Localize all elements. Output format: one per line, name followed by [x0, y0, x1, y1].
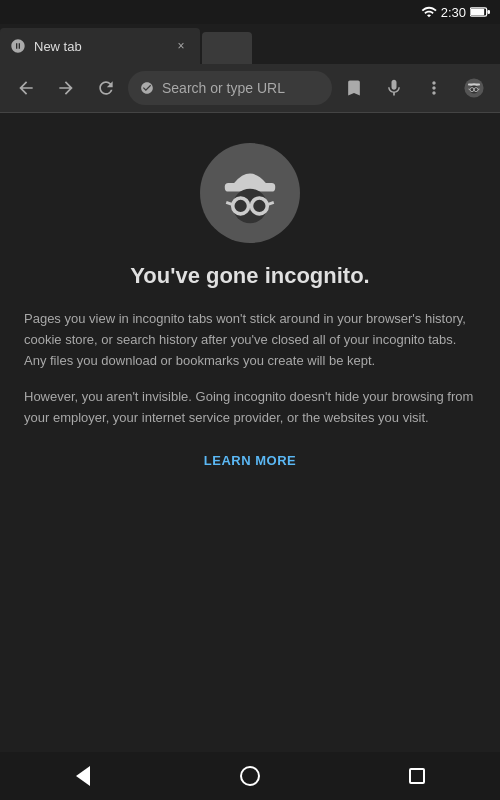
incognito-indicator: [456, 70, 492, 106]
tab-bar: New tab ×: [0, 24, 500, 64]
svg-line-17: [226, 202, 232, 204]
bookmark-button[interactable]: [336, 70, 372, 106]
back-triangle-icon: [76, 766, 90, 786]
tab-inactive[interactable]: [202, 32, 252, 64]
status-bar: 2:30: [0, 0, 500, 24]
tab-title: New tab: [34, 39, 164, 54]
svg-rect-1: [471, 9, 484, 16]
toolbar: Search or type URL: [0, 64, 500, 112]
address-bar-text[interactable]: Search or type URL: [162, 80, 320, 96]
incognito-icon-container: [200, 143, 300, 243]
reload-button[interactable]: [88, 70, 124, 106]
battery-icon: [470, 6, 490, 18]
address-bar-security-icon: [140, 81, 154, 95]
learn-more-button[interactable]: LEARN MORE: [204, 453, 296, 468]
nav-home-button[interactable]: [230, 756, 270, 796]
forward-button[interactable]: [48, 70, 84, 106]
nav-recent-button[interactable]: [397, 756, 437, 796]
main-content: You've gone incognito. Pages you view in…: [0, 113, 500, 752]
back-button[interactable]: [8, 70, 44, 106]
tab-incognito-icon: [10, 38, 26, 54]
mic-button[interactable]: [376, 70, 412, 106]
tab-close-button[interactable]: ×: [172, 37, 190, 55]
address-bar[interactable]: Search or type URL: [128, 71, 332, 105]
svg-rect-2: [488, 10, 491, 14]
incognito-main-icon: [214, 157, 286, 229]
home-circle-icon: [240, 766, 260, 786]
nav-back-button[interactable]: [63, 756, 103, 796]
nav-bar: [0, 752, 500, 800]
status-time: 2:30: [441, 5, 466, 20]
incognito-badge-icon: [464, 78, 484, 98]
menu-button[interactable]: [416, 70, 452, 106]
active-tab[interactable]: New tab ×: [0, 28, 200, 64]
incognito-paragraph-2: However, you aren't invisible. Going inc…: [24, 387, 476, 429]
status-icons: 2:30: [421, 4, 490, 20]
svg-line-18: [267, 202, 273, 204]
incognito-paragraph-1: Pages you view in incognito tabs won't s…: [24, 309, 476, 371]
incognito-title: You've gone incognito.: [130, 263, 370, 289]
wifi-icon: [421, 4, 437, 20]
recent-square-icon: [409, 768, 425, 784]
